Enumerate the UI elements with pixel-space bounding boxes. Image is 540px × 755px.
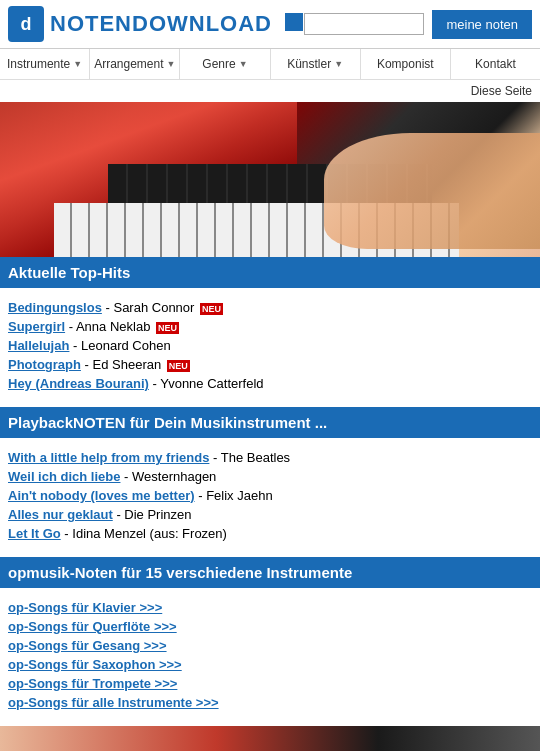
nav-item-genre[interactable]: Genre ▼ [180,49,270,79]
instrumente-header: opmusik-Noten für 15 verschiedene Instru… [0,557,540,588]
nav-item-arrangement[interactable]: Arrangement ▼ [90,49,180,79]
list-item: op-Songs für Gesang >>> [8,636,532,655]
instrumente-link-6[interactable]: op-Songs für alle Instrumente >>> [8,695,219,710]
top-hits-list: Bedingungslos - Sarah Connor NEU Supergi… [8,294,532,397]
logo-icon: d [8,6,44,42]
list-item: op-Songs für alle Instrumente >>> [8,693,532,712]
list-item: Ain't nobody (loves me better) - Felix J… [8,486,532,505]
bottom-image [0,726,540,751]
list-item: op-Songs für Trompete >>> [8,674,532,693]
playback-content: With a little help from my friends - The… [0,438,540,557]
top-hit-separator-2: - Anna Neklab [69,319,154,334]
new-badge-2: NEU [156,322,179,334]
list-item: Bedingungslos - Sarah Connor NEU [8,298,532,317]
nav-item-kontakt[interactable]: Kontakt [451,49,540,79]
logo-text: NOTENDOWNLOAD [50,11,304,37]
nav-item-instrumente[interactable]: Instrumente ▼ [0,49,90,79]
instrumente-content: op-Songs für Klavier >>> op-Songs für Qu… [0,588,540,726]
playback-link-4[interactable]: Alles nur geklaut [8,507,113,522]
list-item: Supergirl - Anna Neklab NEU [8,317,532,336]
instrumente-link-2[interactable]: op-Songs für Querflöte >>> [8,619,177,634]
nav-kontakt-label: Kontakt [475,57,516,71]
top-hit-link-3[interactable]: Hallelujah [8,338,69,353]
nav-kuenstler-arrow: ▼ [334,59,343,69]
nav-komponist-label: Komponist [377,57,434,71]
top-hit-link-1[interactable]: Bedingungslos [8,300,102,315]
list-item: Photograph - Ed Sheeran NEU [8,355,532,374]
top-hit-link-4[interactable]: Photograph [8,357,81,372]
list-item: Hey (Andreas Bourani) - Yvonne Catterfel… [8,374,532,393]
nav-arrangement-label: Arrangement [94,57,163,71]
top-hits-header: Aktuelle Top-Hits [0,257,540,288]
playback-list: With a little help from my friends - The… [8,444,532,547]
playback-sep-1: - The Beatles [213,450,290,465]
playback-sep-4: - Die Prinzen [116,507,191,522]
top-hit-link-2[interactable]: Supergirl [8,319,65,334]
instrumente-link-5[interactable]: op-Songs für Trompete >>> [8,676,177,691]
list-item: op-Songs für Saxophon >>> [8,655,532,674]
playback-header: PlaybackNOTEN für Dein Musikinstrument .… [0,407,540,438]
top-hit-separator-1: - Sarah Connor [106,300,199,315]
nav-genre-label: Genre [202,57,235,71]
nav-instrumente-arrow: ▼ [73,59,82,69]
instrumente-link-1[interactable]: op-Songs für Klavier >>> [8,600,162,615]
nav-item-kuenstler[interactable]: Künstler ▼ [271,49,361,79]
list-item: op-Songs für Klavier >>> [8,598,532,617]
hero-image [0,102,540,257]
top-hit-separator-3: - Leonard Cohen [73,338,171,353]
top-hit-separator-5: - Yvonne Catterfeld [153,376,264,391]
nav-arrangement-arrow: ▼ [167,59,176,69]
playback-link-3[interactable]: Ain't nobody (loves me better) [8,488,195,503]
list-item: Alles nur geklaut - Die Prinzen [8,505,532,524]
list-item: Let It Go - Idina Menzel (aus: Frozen) [8,524,532,543]
nav-bar: Instrumente ▼ Arrangement ▼ Genre ▼ Küns… [0,49,540,80]
instrumente-link-3[interactable]: op-Songs für Gesang >>> [8,638,167,653]
header: d NOTENDOWNLOAD meine noten [0,0,540,49]
instrumente-list: op-Songs für Klavier >>> op-Songs für Qu… [8,594,532,716]
playback-link-2[interactable]: Weil ich dich liebe [8,469,120,484]
nav-genre-arrow: ▼ [239,59,248,69]
nav-instrumente-label: Instrumente [7,57,70,71]
playback-sep-2: - Westernhagen [124,469,216,484]
nav-kuenstler-label: Künstler [287,57,331,71]
logo-letter: d [21,14,32,35]
new-badge-4: NEU [167,360,190,372]
meine-noten-button[interactable]: meine noten [432,10,532,39]
search-input[interactable] [304,13,424,35]
logo-square [285,13,303,31]
playback-link-5[interactable]: Let It Go [8,526,61,541]
playback-sep-5: - Idina Menzel (aus: Frozen) [64,526,227,541]
new-badge-1: NEU [200,303,223,315]
list-item: op-Songs für Querflöte >>> [8,617,532,636]
piano-visual [0,102,540,257]
list-item: With a little help from my friends - The… [8,448,532,467]
playback-sep-3: - Felix Jaehn [198,488,272,503]
header-right: meine noten [304,10,532,39]
diese-seite-text: Diese Seite [0,80,540,102]
top-hit-link-5[interactable]: Hey (Andreas Bourani) [8,376,149,391]
top-hits-content: Bedingungslos - Sarah Connor NEU Supergi… [0,288,540,407]
playback-link-1[interactable]: With a little help from my friends [8,450,209,465]
top-hit-separator-4: - Ed Sheeran [85,357,165,372]
list-item: Hallelujah - Leonard Cohen [8,336,532,355]
list-item: Weil ich dich liebe - Westernhagen [8,467,532,486]
instrumente-link-4[interactable]: op-Songs für Saxophon >>> [8,657,182,672]
nav-item-komponist[interactable]: Komponist [361,49,451,79]
hand-overlay [324,133,540,249]
